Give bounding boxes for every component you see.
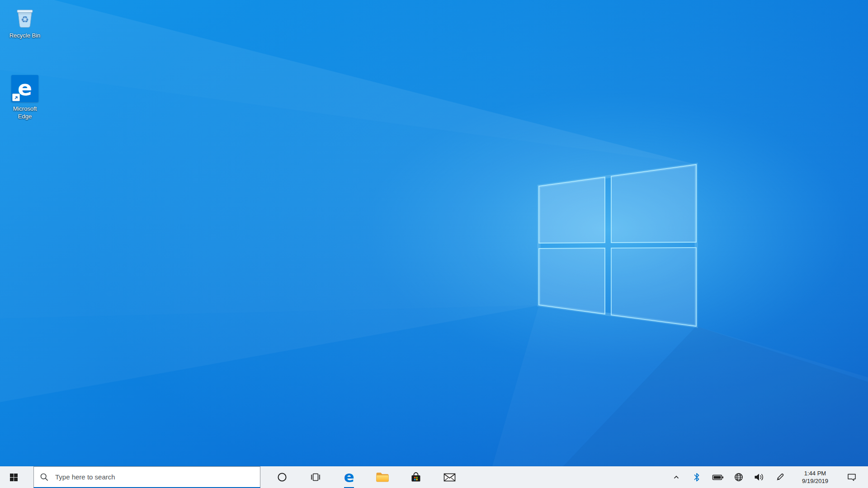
taskbar-clock[interactable]: 1:44 PM 9/19/2019 [790, 466, 840, 488]
clock-date: 9/19/2019 [802, 477, 828, 485]
cortana-circle-icon [277, 472, 287, 482]
desktop-icon-microsoft-edge[interactable]: e Microsoft Edge [1, 75, 48, 121]
network-button[interactable] [729, 466, 749, 488]
action-center-button[interactable] [840, 466, 863, 488]
taskbar-pinned-apps: e [271, 466, 460, 488]
action-center-icon [847, 472, 857, 482]
speaker-icon [754, 472, 764, 482]
taskbar-search-box[interactable] [33, 466, 260, 488]
clock-time: 1:44 PM [804, 469, 826, 477]
battery-icon [712, 472, 724, 482]
edge-e-icon: e [344, 469, 354, 484]
shortcut-arrow-icon [14, 95, 19, 100]
cortana-button[interactable] [271, 466, 293, 488]
bluetooth-button[interactable] [686, 466, 707, 488]
pen-icon [775, 472, 785, 482]
taskbar: e [0, 466, 868, 488]
show-hidden-icons-button[interactable] [666, 466, 686, 488]
wallpaper-image [0, 0, 868, 488]
volume-button[interactable] [749, 466, 769, 488]
microsoft-store-button[interactable] [405, 466, 427, 488]
search-input[interactable] [54, 466, 260, 488]
search-icon [40, 473, 49, 482]
file-explorer-button[interactable] [372, 466, 393, 488]
desktop-icon-label: Recycle Bin [9, 32, 41, 40]
taskbar-edge-button[interactable]: e [338, 466, 360, 488]
edge-tile: e [11, 75, 38, 102]
chevron-up-icon [672, 473, 681, 482]
network-globe-icon [734, 472, 744, 482]
windows-logo-icon [10, 474, 18, 481]
start-button[interactable] [0, 466, 27, 488]
windows-ink-button[interactable] [769, 466, 790, 488]
battery-button[interactable] [707, 466, 729, 488]
recycle-bin-icon: ♻ [14, 5, 35, 29]
svg-text:♻: ♻ [21, 14, 29, 25]
mail-envelope-icon [443, 473, 456, 482]
desktop-icon-label: Microsoft Edge [7, 105, 43, 121]
shortcut-arrow-badge [12, 94, 20, 101]
folder-icon [376, 472, 389, 483]
store-bag-icon [410, 471, 422, 483]
task-view-icon [310, 472, 321, 483]
mail-button[interactable] [439, 466, 460, 488]
system-tray: 1:44 PM 9/19/2019 [666, 466, 868, 488]
task-view-button[interactable] [305, 466, 326, 488]
bluetooth-icon [692, 472, 701, 482]
desktop-icon-recycle-bin[interactable]: ♻ Recycle Bin [1, 5, 48, 40]
